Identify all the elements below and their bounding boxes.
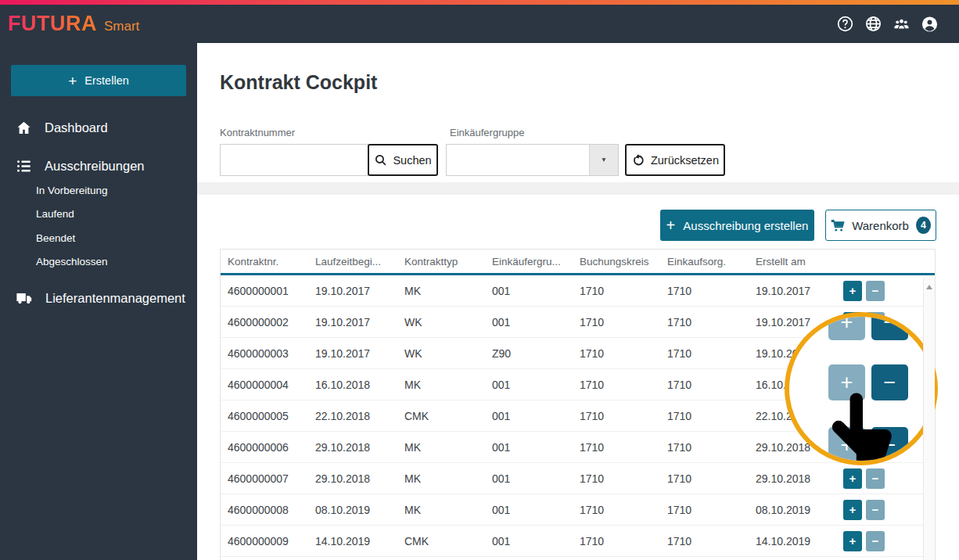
magnified-add-button[interactable]: + <box>828 312 865 340</box>
sidebar-item-label: Dashboard <box>45 120 108 135</box>
sidebar-item-label: Lieferantenmanagement <box>45 291 185 306</box>
table-cell: MK <box>397 379 485 391</box>
einkaeufergruppe-select-value <box>447 145 589 175</box>
hand-cursor-icon <box>827 389 899 465</box>
table-cell: 1710 <box>660 410 749 422</box>
table-row: 460000000808.10.2019MK0011710171008.10.2… <box>221 494 935 526</box>
create-button-label: Erstellen <box>84 74 128 87</box>
section-divider <box>197 182 959 195</box>
header-icon-bar <box>836 15 939 33</box>
app-header: FUTURA Smart <box>0 5 959 43</box>
table-cell: 1710 <box>573 535 660 547</box>
table-cell: 29.10.2018 <box>308 441 397 454</box>
table-cell: MK <box>397 504 485 516</box>
sidebar-subitem[interactable]: Beendet <box>36 226 108 250</box>
scroll-up-icon[interactable] <box>926 285 932 289</box>
table-cell: 4600000009 <box>221 535 308 547</box>
sidebar: + Erstellen Dashboard Ausschreibungen In… <box>0 43 197 560</box>
table-cell: 1710 <box>660 472 749 485</box>
search-icon <box>374 153 387 167</box>
reset-icon <box>631 153 645 167</box>
table-cell: 1710 <box>573 347 660 360</box>
table-header-row: Kontraktnr.Laufzeitbegi...KontrakttypEin… <box>221 249 935 275</box>
sidebar-subitem[interactable]: Abgeschlossen <box>36 250 108 275</box>
remove-from-cart-button[interactable]: − <box>866 468 885 489</box>
logo-futura: FUTURA <box>8 12 97 36</box>
table-cell: MK <box>397 441 485 454</box>
add-to-cart-button[interactable]: + <box>843 500 862 520</box>
sidebar-item-ausschreibungen[interactable]: Ausschreibungen <box>0 153 197 179</box>
table-cell: 19.10.2017 <box>308 347 397 360</box>
table-cell: 4600000005 <box>221 410 308 422</box>
user-group-icon[interactable] <box>893 15 911 33</box>
add-to-cart-button[interactable]: + <box>843 531 862 551</box>
search-button-label: Suchen <box>393 154 431 167</box>
table-cell: 19.10.2017 <box>308 285 397 297</box>
remove-from-cart-button[interactable]: − <box>866 281 885 301</box>
table-cell: 001 <box>485 316 573 328</box>
table-cell: 1710 <box>573 285 660 297</box>
table-cell: 001 <box>485 504 573 516</box>
table-cell: 14.10.2019 <box>749 535 827 547</box>
table-row: 460000000729.10.2018MK0011710171029.10.2… <box>221 463 935 494</box>
einkaeufergruppe-select[interactable]: ▼ <box>446 144 619 176</box>
table-cell: 1710 <box>660 441 749 454</box>
column-header: Buchungskreis <box>573 256 660 267</box>
table-cell: 001 <box>485 472 573 485</box>
table-cell: 1710 <box>660 379 749 391</box>
table-cell: 1710 <box>660 316 749 328</box>
app-window: FUTURA Smart + Erstellen Dashboard <box>0 0 959 560</box>
table-cell: 1710 <box>573 504 660 516</box>
table-cell: 1710 <box>573 410 660 422</box>
account-icon[interactable] <box>921 15 939 33</box>
sidebar-subitem[interactable]: In Vorbereitung <box>36 178 108 203</box>
table-cell: 16.10.2018 <box>308 379 397 391</box>
column-header: Kontraktnr. <box>221 256 308 267</box>
table-cell: 001 <box>485 379 573 391</box>
table-row: 460000000914.10.2019CMK0011710171014.10.… <box>221 526 935 557</box>
column-header: Einkaufsorg. <box>660 256 749 267</box>
table-cell: 1710 <box>660 535 749 547</box>
sidebar-subitems: In VorbereitungLaufendBeendetAbgeschloss… <box>36 178 108 274</box>
list-icon <box>16 158 32 174</box>
table-cell: 1710 <box>573 379 660 391</box>
add-to-cart-button[interactable]: + <box>843 281 862 301</box>
table-row: 460000000119.10.2017MK0011710171019.10.2… <box>221 275 935 307</box>
einkaeufergruppe-label: Einkäufergruppe <box>450 127 524 138</box>
sidebar-item-lieferantenmanagement[interactable]: Lieferantenmanagement <box>0 285 197 311</box>
table-cell: 001 <box>485 410 573 422</box>
chevron-down-icon[interactable]: ▼ <box>589 145 618 175</box>
create-tender-button[interactable]: + Ausschreibung erstellen <box>660 210 814 241</box>
table-cell: 29.10.2018 <box>749 472 827 485</box>
app-logo: FUTURA Smart <box>8 12 139 36</box>
kontraktnummer-label: Kontraktnummer <box>220 127 295 138</box>
table-cell: MK <box>397 472 485 485</box>
table-cell: 1710 <box>660 347 749 360</box>
sidebar-item-dashboard[interactable]: Dashboard <box>0 114 197 141</box>
table-scrollbar[interactable] <box>923 278 935 560</box>
table-cell: WK <box>397 316 485 328</box>
help-icon[interactable] <box>836 15 854 33</box>
remove-from-cart-button[interactable]: − <box>866 500 885 520</box>
add-to-cart-button[interactable]: + <box>843 468 862 489</box>
kontraktnummer-input[interactable] <box>220 144 368 176</box>
remove-from-cart-button[interactable]: − <box>866 531 885 551</box>
table-cell: CMK <box>397 535 485 547</box>
cart-button[interactable]: Warenkorb 4 <box>825 210 936 241</box>
table-cell: 19.10.2017 <box>749 285 827 297</box>
plus-icon: + <box>666 217 676 233</box>
reset-button[interactable]: Zurücksetzen <box>625 144 725 176</box>
column-header: Kontrakttyp <box>397 256 485 267</box>
table-cell: 4600000008 <box>221 504 308 516</box>
table-cell: CMK <box>397 410 485 422</box>
sidebar-subitem[interactable]: Laufend <box>36 203 108 227</box>
table-cell: 001 <box>485 535 573 547</box>
column-header: Laufzeitbegi... <box>308 256 397 267</box>
table-cell: 4600000006 <box>221 441 308 454</box>
magnifier-overlay: +−+−+− <box>785 312 938 465</box>
language-globe-icon[interactable] <box>864 15 882 33</box>
search-button[interactable]: Suchen <box>368 144 438 176</box>
create-button[interactable]: + Erstellen <box>11 65 186 96</box>
table-cell: 4600000002 <box>221 316 308 328</box>
truck-icon <box>16 289 33 307</box>
